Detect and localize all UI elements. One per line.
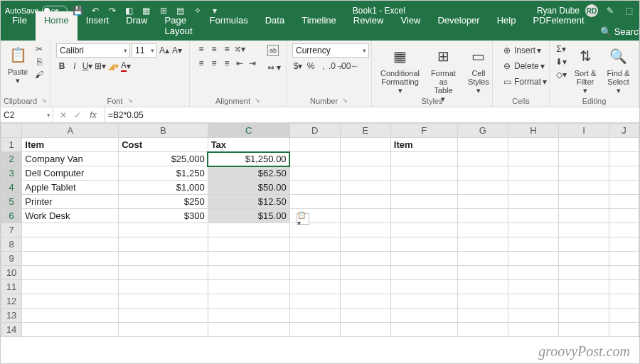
- cell-C4[interactable]: $50.00: [208, 181, 289, 195]
- cell-G3[interactable]: [457, 166, 508, 181]
- cell-F2[interactable]: [390, 152, 457, 166]
- cell-E1[interactable]: [340, 138, 390, 152]
- paste-options-icon[interactable]: 📋▾: [297, 213, 309, 225]
- align-left-icon[interactable]: ≡: [196, 58, 207, 69]
- row-header-14[interactable]: 14: [1, 323, 22, 337]
- cell-G9[interactable]: [457, 252, 508, 266]
- cell-F12[interactable]: [390, 294, 457, 309]
- accounting-format-icon[interactable]: $▾: [292, 60, 304, 72]
- tab-view[interactable]: View: [392, 11, 429, 41]
- cut-icon[interactable]: ✂: [33, 43, 45, 55]
- cell-A9[interactable]: [22, 252, 119, 266]
- font-dialog-icon[interactable]: ↘: [127, 97, 133, 105]
- cell-I2[interactable]: [559, 152, 609, 166]
- cell-J5[interactable]: [609, 195, 639, 209]
- cell-F8[interactable]: [390, 237, 457, 252]
- cell-C2[interactable]: $1,250.00: [208, 152, 289, 166]
- cell-F4[interactable]: [390, 181, 457, 195]
- cell-F7[interactable]: [390, 223, 457, 237]
- cell-J3[interactable]: [609, 166, 639, 181]
- save-icon[interactable]: 💾: [72, 4, 85, 17]
- cell-D5[interactable]: [289, 195, 340, 209]
- italic-button[interactable]: I: [69, 60, 80, 72]
- cell-C6[interactable]: $15.00: [208, 209, 289, 223]
- cell-D11[interactable]: [289, 280, 340, 294]
- clear-icon[interactable]: ◇▾: [555, 69, 567, 80]
- cell-C11[interactable]: [208, 280, 289, 294]
- column-header-E[interactable]: E: [340, 124, 390, 138]
- cell-A12[interactable]: [22, 294, 119, 309]
- cell-G14[interactable]: [457, 323, 508, 337]
- cell-E6[interactable]: [340, 209, 390, 223]
- cell-E12[interactable]: [340, 294, 390, 309]
- cell-E7[interactable]: [340, 223, 390, 237]
- row-header-4[interactable]: 4: [1, 181, 22, 195]
- cell-I6[interactable]: [559, 209, 609, 223]
- cell-H12[interactable]: [508, 294, 558, 309]
- cell-F6[interactable]: [390, 209, 457, 223]
- cell-I7[interactable]: [559, 223, 609, 237]
- percent-format-icon[interactable]: %: [305, 60, 316, 72]
- cell-D2[interactable]: [289, 152, 340, 166]
- cell-B3[interactable]: $1,250: [119, 166, 208, 181]
- cell-D13[interactable]: [289, 309, 340, 323]
- column-header-A[interactable]: A: [22, 124, 119, 138]
- qat-icon-1[interactable]: ◧: [123, 4, 136, 17]
- cell-F14[interactable]: [390, 323, 457, 337]
- cell-I12[interactable]: [559, 294, 609, 309]
- row-header-9[interactable]: 9: [1, 252, 22, 266]
- qat-more-icon[interactable]: ▾: [208, 4, 221, 17]
- format-painter-icon[interactable]: 🖌: [33, 69, 45, 80]
- font-color-icon[interactable]: A▾: [120, 60, 132, 72]
- cell-H7[interactable]: [508, 223, 558, 237]
- cell-H14[interactable]: [508, 323, 558, 337]
- row-header-8[interactable]: 8: [1, 237, 22, 252]
- cell-E14[interactable]: [340, 323, 390, 337]
- cell-I13[interactable]: [559, 309, 609, 323]
- cell-B6[interactable]: $300: [119, 209, 208, 223]
- fill-color-icon[interactable]: ◢▾: [107, 60, 119, 72]
- qat-icon-5[interactable]: ✧: [191, 4, 204, 17]
- select-all-corner[interactable]: [1, 124, 22, 138]
- format-cells-button[interactable]: ▭Format ▾: [498, 75, 550, 89]
- column-header-I[interactable]: I: [559, 124, 609, 138]
- cell-E5[interactable]: [340, 195, 390, 209]
- align-bottom-icon[interactable]: ≡: [221, 43, 233, 55]
- cell-D14[interactable]: [289, 323, 340, 337]
- cell-D4[interactable]: [289, 181, 340, 195]
- orientation-icon[interactable]: ⤭▾: [234, 43, 245, 55]
- cell-E11[interactable]: [340, 280, 390, 294]
- tab-help[interactable]: Help: [489, 11, 525, 41]
- pen-icon[interactable]: ✎: [604, 4, 617, 17]
- align-center-icon[interactable]: ≡: [208, 58, 220, 69]
- cell-I1[interactable]: [559, 138, 609, 152]
- find-select-button[interactable]: 🔍 Find & Select ▾: [604, 43, 633, 96]
- cancel-formula-icon[interactable]: ✕: [56, 110, 70, 120]
- search-button[interactable]: 🔍 Search: [593, 23, 640, 41]
- spreadsheet-grid[interactable]: ABCDEFGHIJ1ItemCostTaxItem2Company Van$2…: [1, 123, 639, 337]
- cell-B10[interactable]: [119, 266, 208, 280]
- cell-C9[interactable]: [208, 252, 289, 266]
- border-icon[interactable]: ⊞▾: [95, 60, 106, 72]
- cell-B12[interactable]: [119, 294, 208, 309]
- column-header-C[interactable]: C: [208, 124, 289, 138]
- cell-I14[interactable]: [559, 323, 609, 337]
- font-name-dropdown[interactable]: Calibri: [56, 43, 130, 58]
- cell-J11[interactable]: [609, 280, 639, 294]
- cell-B13[interactable]: [119, 309, 208, 323]
- qat-icon-2[interactable]: ▦: [140, 4, 153, 17]
- alignment-dialog-icon[interactable]: ↘: [255, 97, 260, 105]
- ribbon-display-icon[interactable]: ⬚: [622, 4, 635, 17]
- increase-indent-icon[interactable]: ⇥: [247, 58, 258, 69]
- cell-A1[interactable]: Item: [22, 138, 119, 152]
- cell-J14[interactable]: [609, 323, 639, 337]
- tab-review[interactable]: Review: [345, 11, 393, 41]
- cell-styles-button[interactable]: ▭ Cell Styles ▾: [464, 43, 493, 96]
- cell-E9[interactable]: [340, 252, 390, 266]
- cell-G10[interactable]: [457, 266, 508, 280]
- cell-A8[interactable]: [22, 237, 119, 252]
- row-header-10[interactable]: 10: [1, 266, 22, 280]
- cell-I11[interactable]: [559, 280, 609, 294]
- cell-G6[interactable]: [457, 209, 508, 223]
- cell-F1[interactable]: Item: [390, 138, 457, 152]
